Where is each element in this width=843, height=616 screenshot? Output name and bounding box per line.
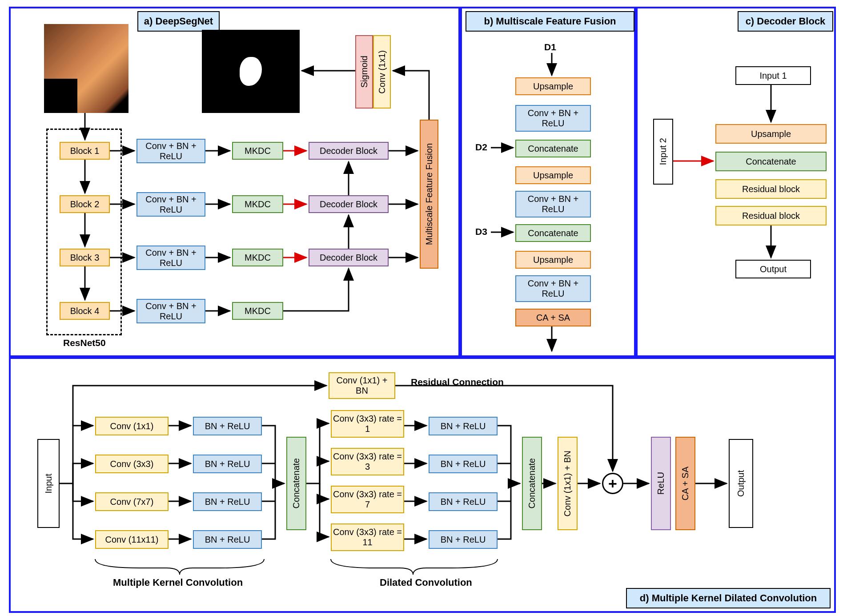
cbr-2: Conv + BN + ReLU — [136, 192, 205, 217]
block-2: Block 2 — [60, 195, 110, 213]
b-casa: CA + SA — [515, 309, 591, 326]
panel-c-title: c) Decoder Block — [738, 11, 833, 32]
c-concat: Concatenate — [715, 152, 827, 171]
block-4: Block 4 — [60, 302, 110, 320]
label-d2: D2 — [475, 142, 487, 153]
block-1: Block 1 — [60, 142, 110, 160]
d-concat-2: Concatenate — [522, 437, 542, 530]
d-bnrelu2-0: BN + ReLU — [429, 417, 498, 435]
panel-a-title: a) DeepSegNet — [137, 11, 220, 32]
d-concat-1-label: Concatenate — [291, 458, 301, 508]
d-residual-label: Residual Connection — [411, 377, 504, 387]
panel-c: c) Decoder Block Input 1 Input 2 Upsampl… — [636, 7, 836, 357]
b-cbr-3: Conv + BN + ReLU — [515, 275, 591, 302]
b-upsample-2: Upsample — [515, 166, 591, 184]
panel-d-title: d) Multiple Kernel Dilated Convolution — [626, 588, 831, 608]
sigmoid-label: Sigmoid — [359, 56, 369, 88]
d-bnrelu2-1: BN + ReLU — [429, 455, 498, 473]
d-concat-2-label: Concatenate — [527, 458, 537, 508]
resnet50-label: ResNet50 — [63, 338, 106, 348]
b-cbr-2: Conv + BN + ReLU — [515, 191, 591, 217]
d-mkc-1: Conv (3x3) — [95, 455, 169, 473]
d-conv1x1bn-top: Conv (1x1) + BN — [329, 372, 395, 399]
label-d3: D3 — [475, 226, 487, 237]
d-dc-label: Dilated Convolution — [380, 577, 472, 588]
c-input2: Input 2 — [653, 119, 673, 185]
d-casa-label: CA + SA — [680, 467, 690, 500]
d-plus: + — [602, 473, 623, 494]
b-upsample-3: Upsample — [515, 251, 591, 269]
d-bnrelu-1: BN + ReLU — [193, 455, 262, 473]
c-output: Output — [735, 260, 811, 278]
d-mkc-label: Multiple Kernel Convolution — [113, 577, 243, 588]
d-relu: ReLU — [651, 437, 671, 530]
decoder-1: Decoder Block — [309, 142, 389, 160]
c-input1: Input 1 — [735, 66, 811, 85]
block-3: Block 3 — [60, 249, 110, 266]
panel-b: b) Multiscale Feature Fusion D1 D2 D3 Up… — [460, 7, 636, 357]
d-dc-0: Conv (3x3) rate = 1 — [331, 410, 404, 438]
decoder-2: Decoder Block — [309, 195, 389, 213]
c-resblock-1: Residual block — [715, 179, 827, 199]
c-input2-label: Input 2 — [658, 138, 668, 165]
d-input: Input — [37, 439, 60, 528]
d-output: Output — [729, 439, 753, 528]
sigmoid-block: Sigmoid — [355, 35, 373, 109]
d-casa: CA + SA — [675, 437, 695, 530]
d-dc-2: Conv (3x3) rate = 7 — [331, 486, 404, 513]
b-concat-1: Concatenate — [515, 140, 591, 157]
d-mkc-0: Conv (1x1) — [95, 417, 169, 435]
label-d1: D1 — [544, 42, 556, 52]
panel-d: d) Multiple Kernel Dilated Convolution I… — [9, 357, 836, 613]
panel-a: a) DeepSegNet ResNet50 Block 1 Block 2 B… — [9, 7, 460, 357]
c-resblock-2: Residual block — [715, 206, 827, 225]
d-conv1x1bn-v-label: Conv (1x1) + BN — [562, 451, 573, 516]
output-mask — [202, 30, 300, 113]
d-bnrelu-3: BN + ReLU — [193, 530, 262, 549]
d-bnrelu2-3: BN + ReLU — [429, 530, 498, 549]
input-image-corner — [44, 79, 77, 113]
d-concat-1: Concatenate — [286, 437, 306, 530]
panel-d-arrows — [11, 359, 838, 615]
d-dc-3: Conv (3x3) rate = 11 — [331, 523, 404, 551]
b-upsample-1: Upsample — [515, 77, 591, 95]
decoder-3: Decoder Block — [309, 249, 389, 266]
d-bnrelu-0: BN + ReLU — [193, 417, 262, 435]
b-concat-2: Concatenate — [515, 224, 591, 242]
d-bnrelu-2: BN + ReLU — [193, 492, 262, 511]
b-cbr-1: Conv + BN + ReLU — [515, 105, 591, 132]
conv1x1-block: Conv (1x1) — [373, 35, 391, 109]
d-output-label: Output — [736, 470, 746, 497]
mkdc-4: MKDC — [232, 302, 283, 320]
conv1x1-label: Conv (1x1) — [377, 50, 387, 94]
cbr-3: Conv + BN + ReLU — [136, 246, 205, 270]
panel-b-title: b) Multiscale Feature Fusion — [466, 11, 634, 32]
diagram-outer: a) DeepSegNet ResNet50 Block 1 Block 2 B… — [9, 7, 834, 609]
mkdc-2: MKDC — [232, 195, 283, 213]
mff-label: Multiscale Feature Fusion — [424, 143, 434, 245]
mkdc-1: MKDC — [232, 142, 283, 160]
d-relu-label: ReLU — [656, 472, 666, 495]
d-dc-1: Conv (3x3) rate = 3 — [331, 448, 404, 475]
d-input-label: Input — [44, 474, 54, 493]
d-conv1x1bn-v: Conv (1x1) + BN — [558, 437, 578, 530]
mff-block: Multiscale Feature Fusion — [420, 120, 438, 269]
d-mkc-2: Conv (7x7) — [95, 492, 169, 511]
d-mkc-3: Conv (11x11) — [95, 530, 169, 549]
cbr-1: Conv + BN + ReLU — [136, 139, 205, 163]
cbr-4: Conv + BN + ReLU — [136, 299, 205, 323]
d-bnrelu2-2: BN + ReLU — [429, 492, 498, 511]
mkdc-3: MKDC — [232, 249, 283, 266]
c-upsample: Upsample — [715, 124, 827, 144]
